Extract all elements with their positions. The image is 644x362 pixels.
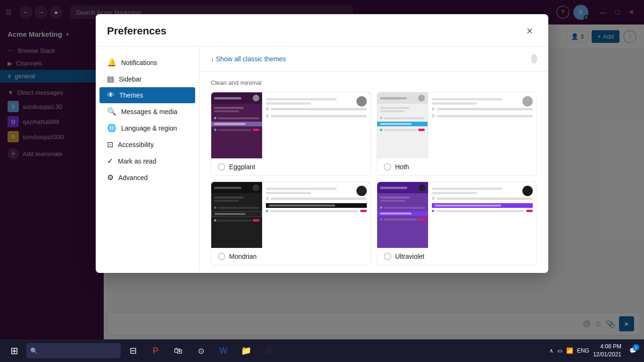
theme-card-hoth[interactable]: # #	[377, 92, 537, 176]
taskbar-slack-icon[interactable]: S	[258, 340, 279, 361]
pref-item-notifications[interactable]: 🔔 Notifications	[99, 54, 195, 71]
advanced-icon: ⚙	[107, 173, 114, 182]
taskbar-right: ∧ ▭ 📶 ENG 4:08 PM 12/01/2021 💬 2	[549, 343, 640, 359]
notification-badge: 2	[633, 344, 639, 351]
advanced-label: Advanced	[118, 174, 148, 181]
clock-date: 12/01/2021	[593, 351, 621, 359]
mondrian-radio[interactable]	[218, 253, 225, 260]
pref-item-sidebar[interactable]: ▤ Sidebar	[99, 71, 195, 87]
taskbar-network: 📶	[566, 347, 573, 354]
taskbar-notification[interactable]: 💬 2	[625, 343, 640, 358]
messages-icon: 🔍	[107, 107, 116, 116]
eggplant-label: Eggplant	[229, 163, 255, 171]
theme-card-eggplant[interactable]: # #	[211, 92, 371, 176]
modal-body: 🔔 Notifications ▤ Sidebar 👁 Themes 🔍 Mes…	[96, 47, 548, 273]
eggplant-name-row: Eggplant	[211, 158, 371, 175]
messages-label: Messages & media	[121, 108, 177, 115]
taskbar-files-icon[interactable]: ⊟	[123, 340, 143, 361]
ultraviolet-label: Ultraviolet	[395, 253, 424, 260]
search-icon: 🔍	[30, 347, 38, 354]
taskbar-search[interactable]: 🔍	[26, 343, 121, 358]
preferences-sidebar: 🔔 Notifications ▤ Sidebar 👁 Themes 🔍 Mes…	[96, 47, 199, 273]
pref-item-themes[interactable]: 👁 Themes	[99, 87, 195, 103]
hoth-name-row: Hoth	[377, 158, 537, 175]
theme-preview-hoth: # #	[377, 92, 537, 158]
show-classic-themes-link[interactable]: ↓ Show all classic themes	[211, 55, 286, 63]
pref-item-accessibility[interactable]: ⊡ Accessibility	[99, 136, 195, 153]
themes-label: Themes	[119, 91, 143, 99]
mark-as-read-label: Mark as read	[118, 157, 157, 165]
accessibility-icon: ⊡	[107, 140, 113, 149]
hoth-radio[interactable]	[384, 163, 391, 171]
theme-card-mondrian[interactable]: #	[211, 181, 371, 265]
pref-item-language[interactable]: 🌐 Language & region	[99, 120, 195, 136]
notifications-label: Notifications	[121, 59, 157, 66]
ultraviolet-radio[interactable]	[384, 253, 391, 260]
show-classic-label: Show all classic themes	[216, 55, 286, 63]
taskbar-word-icon[interactable]: W	[213, 340, 234, 361]
eggplant-radio[interactable]	[218, 163, 225, 171]
themes-icon: 👁	[107, 91, 115, 99]
theme-preview-mondrian: #	[211, 182, 371, 248]
sidebar-label: Sidebar	[119, 75, 141, 83]
taskbar-explorer-icon[interactable]: 📁	[236, 340, 256, 361]
pref-item-messages[interactable]: 🔍 Messages & media	[99, 103, 195, 120]
themes-grid: # #	[211, 92, 537, 265]
taskbar-language: ENG	[577, 347, 589, 354]
hoth-label: Hoth	[395, 163, 409, 171]
theme-preview-ultraviolet: #	[377, 182, 537, 248]
mondrian-name-row: Mondrian	[211, 248, 371, 265]
ultraviolet-name-row: Ultraviolet	[377, 248, 537, 265]
taskbar-battery: ▭	[557, 347, 562, 354]
modal-title: Preferences	[107, 25, 166, 37]
themes-content: ↓ Show all classic themes Clean and mini…	[199, 47, 548, 273]
themes-scroll: Clean and minimal	[199, 72, 548, 273]
notifications-icon: 🔔	[107, 58, 116, 67]
modal-header: Preferences ✕	[96, 14, 548, 47]
taskbar-chevron[interactable]: ∧	[549, 347, 553, 354]
language-icon: 🌐	[107, 123, 116, 132]
mark-as-read-icon: ✓	[107, 156, 113, 165]
section-label: Clean and minimal	[211, 79, 537, 86]
taskbar-clock[interactable]: 4:08 PM 12/01/2021	[593, 343, 621, 359]
theme-preview-eggplant: # #	[211, 92, 371, 158]
mondrian-label: Mondrian	[229, 253, 256, 260]
themes-header: ↓ Show all classic themes	[199, 47, 548, 72]
pref-item-advanced[interactable]: ⚙ Advanced	[99, 169, 195, 186]
theme-card-ultraviolet[interactable]: #	[377, 181, 537, 265]
taskbar-chrome-icon[interactable]: ⊙	[190, 340, 211, 361]
chevron-down-icon: ↓	[211, 55, 214, 63]
start-button[interactable]: ⊞	[4, 340, 25, 361]
taskbar-powerpoint-icon[interactable]: P	[145, 340, 166, 361]
modal-close-button[interactable]: ✕	[522, 24, 537, 39]
preferences-modal: Preferences ✕ 🔔 Notifications ▤ Sidebar …	[96, 14, 548, 273]
taskbar-store-icon[interactable]: 🛍	[168, 340, 189, 361]
taskbar: ⊞ 🔍 ⊟ P 🛍 ⊙ W 📁 S ∧ ▭ 📶 ENG 4:08 PM 12/0…	[0, 339, 644, 362]
accessibility-label: Accessibility	[118, 141, 154, 148]
clock-time: 4:08 PM	[593, 343, 621, 351]
scroll-indicator	[531, 54, 537, 64]
modal-overlay: Preferences ✕ 🔔 Notifications ▤ Sidebar …	[0, 0, 644, 339]
sidebar-icon: ▤	[107, 74, 114, 83]
language-label: Language & region	[121, 124, 177, 132]
pref-item-mark-as-read[interactable]: ✓ Mark as read	[99, 153, 195, 169]
